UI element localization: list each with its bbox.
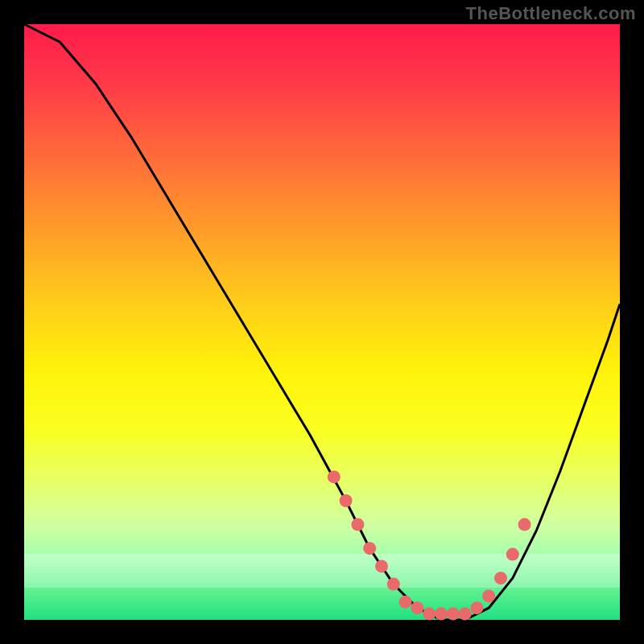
bottleneck-curve — [24, 24, 620, 620]
marker-dot — [459, 608, 472, 621]
marker-dot — [351, 518, 364, 531]
marker-dot — [518, 518, 531, 531]
marker-dot — [447, 608, 460, 621]
chart-container: TheBottleneck.com — [0, 0, 644, 644]
marker-dot — [470, 601, 483, 614]
marker-dot — [411, 601, 423, 614]
marker-dot — [375, 559, 388, 572]
marker-dot — [482, 589, 495, 602]
marker-dot — [387, 578, 400, 591]
plot-area — [24, 24, 620, 620]
marker-dot — [435, 608, 448, 621]
marker-dot — [494, 572, 507, 584]
watermark-text: TheBottleneck.com — [466, 3, 636, 24]
marker-dot — [423, 608, 436, 621]
marker-dot — [506, 548, 519, 561]
marker-dot — [328, 470, 341, 483]
marker-dot — [340, 494, 353, 507]
marker-dot — [399, 596, 412, 609]
curve-markers — [328, 470, 531, 620]
curve-svg — [24, 24, 620, 620]
marker-dot — [363, 542, 376, 555]
